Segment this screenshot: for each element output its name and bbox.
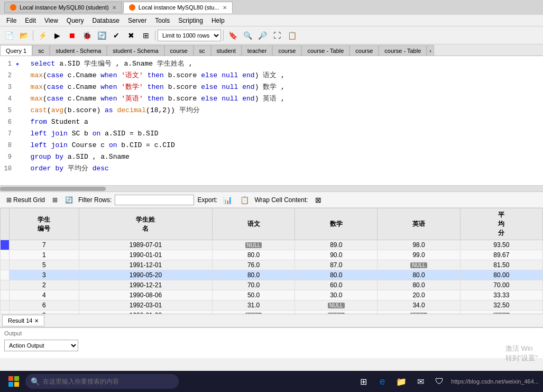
tab-2-close[interactable]: ✕ bbox=[223, 5, 227, 11]
explorer-icon[interactable]: 📁 bbox=[394, 374, 409, 389]
query-tab-course3[interactable]: course bbox=[349, 45, 379, 56]
menu-server[interactable]: Server bbox=[124, 16, 151, 25]
result-table-wrap[interactable]: 学生编号 学生姓名 语文 数学 英语 平均分 7 1989-07-01 NULL… bbox=[0, 208, 543, 314]
col-header-name[interactable]: 学生姓名 bbox=[79, 208, 212, 240]
menu-edit[interactable]: Edit bbox=[21, 16, 40, 25]
cell-name: 1990-05-20 bbox=[79, 270, 212, 280]
main-toolbar: 📄 📂 ⚡ ▶ ⏹ 🐞 🔄 ✔ ✖ ⊞ Limit to 1000 rows 🔖… bbox=[0, 26, 543, 44]
shield-icon[interactable]: 🛡 bbox=[432, 374, 447, 389]
cell-avg: 93.50 bbox=[460, 240, 542, 250]
table-row[interactable]: 2 1990-12-21 70.0 60.0 80.0 70.00 bbox=[1, 280, 543, 290]
cell-shuxue: 90.0 bbox=[295, 250, 378, 260]
result-tab-close[interactable]: ✕ bbox=[34, 318, 39, 324]
table-row[interactable]: 4 1990-08-06 50.0 30.0 20.0 33.33 bbox=[1, 290, 543, 300]
taskbar-search[interactable]: 🔍 bbox=[25, 374, 179, 389]
expand-button[interactable]: ⛶ bbox=[270, 29, 284, 42]
cell-name: 1990-01-01 bbox=[79, 250, 212, 260]
menu-tools[interactable]: Tools bbox=[151, 16, 174, 25]
refresh-button[interactable]: 🔄 bbox=[95, 29, 108, 42]
menu-scripting[interactable]: Scripting bbox=[174, 16, 207, 25]
tab-1[interactable]: Local instance MySQL80 (student) ✕ bbox=[4, 2, 122, 13]
search-button[interactable]: 🔍 bbox=[241, 29, 254, 42]
rollback-button[interactable]: ✖ bbox=[124, 29, 138, 42]
query-tab-sc2[interactable]: sc bbox=[194, 45, 211, 56]
col-header-yingyu[interactable]: 英语 bbox=[378, 208, 460, 240]
query-tab-sc1[interactable]: sc bbox=[32, 45, 50, 56]
query-tab-course2[interactable]: course bbox=[272, 45, 301, 56]
export-copy-btn[interactable]: 📋 bbox=[237, 193, 251, 207]
export-btn[interactable]: 📊 bbox=[220, 193, 234, 207]
cell-shuxue: 30.0 bbox=[295, 290, 378, 300]
col-header-yuwen[interactable]: 语文 bbox=[212, 208, 294, 240]
run-button[interactable]: ⚡ bbox=[35, 29, 49, 42]
wrap-btn[interactable]: ⊠ bbox=[311, 193, 325, 207]
menu-database[interactable]: Database bbox=[88, 16, 124, 25]
table-row[interactable]: 5 1991-12-01 76.0 87.0 NULL 81.50 bbox=[1, 260, 543, 270]
cell-id: 6 bbox=[10, 300, 79, 311]
zoom-button[interactable]: 🔎 bbox=[255, 29, 269, 42]
cell-yuwen: 76.0 bbox=[212, 260, 294, 270]
col-header-avg[interactable]: 平均分 bbox=[460, 208, 542, 240]
edge-icon[interactable]: e bbox=[375, 374, 390, 389]
menubar: File Edit View Query Database Server Too… bbox=[0, 15, 543, 26]
menu-file[interactable]: File bbox=[2, 16, 21, 25]
cell-avg: 70.00 bbox=[460, 280, 542, 290]
col-header-empty bbox=[1, 208, 10, 240]
cell-shuxue: 87.0 bbox=[295, 260, 378, 270]
editor-line-6: 6 from Student a bbox=[0, 116, 543, 128]
action-output-select[interactable]: Action Output bbox=[4, 340, 78, 351]
cell-yuwen: NULL bbox=[212, 240, 294, 250]
stop-button[interactable]: ⏹ bbox=[65, 29, 79, 42]
cell-avg: 80.00 bbox=[460, 270, 542, 280]
cell-name: 1991-12-01 bbox=[79, 260, 212, 270]
refresh-grid-button[interactable]: 🔄 bbox=[63, 195, 75, 205]
open-button[interactable]: 📂 bbox=[17, 29, 31, 42]
table-row[interactable]: 3 1990-05-20 80.0 80.0 80.0 80.00 bbox=[1, 270, 543, 280]
debug-button[interactable]: 🐞 bbox=[80, 29, 94, 42]
cell-avg: 89.67 bbox=[460, 250, 542, 260]
editor-line-3: 3 max(case c.Cname when '数学' then b.scor… bbox=[0, 81, 543, 93]
run-sel-button[interactable]: ▶ bbox=[50, 29, 64, 42]
limit-select[interactable]: Limit to 1000 rows bbox=[158, 30, 221, 41]
table-row[interactable]: 7 1989-07-01 NULL 89.0 98.0 93.50 bbox=[1, 240, 543, 250]
filter-input[interactable] bbox=[115, 195, 194, 205]
query-tab-student2[interactable]: student - Schema bbox=[107, 45, 164, 56]
query-tab-course1[interactable]: course bbox=[164, 45, 194, 56]
menu-query[interactable]: Query bbox=[62, 16, 88, 25]
sql-editor[interactable]: 1 select a.SID 学生编号 , a.Sname 学生姓名 , 2 m… bbox=[0, 56, 543, 186]
commit-button[interactable]: ✔ bbox=[109, 29, 123, 42]
col-header-id[interactable]: 学生编号 bbox=[10, 208, 79, 240]
cell-avg: 81.50 bbox=[460, 260, 542, 270]
query-tab-more[interactable]: › bbox=[427, 45, 434, 56]
query-tab-teacher[interactable]: teacher bbox=[242, 45, 273, 56]
start-button[interactable] bbox=[4, 372, 23, 391]
menu-help[interactable]: Help bbox=[207, 16, 229, 25]
col-header-shuxue[interactable]: 数学 bbox=[295, 208, 378, 240]
svg-rect-2 bbox=[8, 382, 13, 387]
query-tab-course-table1[interactable]: course - Table bbox=[301, 45, 349, 56]
hscroll-thumb[interactable] bbox=[0, 187, 106, 191]
table-row[interactable]: 6 1992-03-01 31.0 NULL 34.0 32.50 bbox=[1, 300, 543, 311]
result-tab[interactable]: Result 14 ✕ bbox=[2, 315, 44, 326]
menu-view[interactable]: View bbox=[40, 16, 62, 25]
toggle-button[interactable]: ⊞ bbox=[139, 29, 153, 42]
cell-id: 5 bbox=[10, 260, 79, 270]
tab-2[interactable]: Local instance MySQL80 (stu... ✕ bbox=[123, 2, 233, 13]
taskbar-search-input[interactable] bbox=[43, 378, 159, 385]
grid-view-button[interactable]: ⊞ bbox=[50, 195, 60, 205]
cell-name: 1989-07-01 bbox=[79, 240, 212, 250]
result-grid-button[interactable]: ⊞ Result Grid bbox=[4, 195, 47, 205]
new-file-button[interactable]: 📄 bbox=[2, 29, 16, 42]
editor-line-4: 4 max(case c.Cname when '英语' then b.scor… bbox=[0, 93, 543, 105]
query-tab-course-table2[interactable]: course - Table bbox=[379, 45, 427, 56]
view-button[interactable]: 📋 bbox=[285, 29, 299, 42]
tab-1-close[interactable]: ✕ bbox=[112, 5, 116, 11]
bookmark-button[interactable]: 🔖 bbox=[226, 29, 240, 42]
query-tab-student1[interactable]: student - Schema bbox=[50, 45, 107, 56]
task-view-icon[interactable]: ⊞ bbox=[356, 374, 371, 389]
table-row[interactable]: 1 1990-01-01 80.0 90.0 99.0 89.67 bbox=[1, 250, 543, 260]
mail-icon[interactable]: ✉ bbox=[413, 374, 428, 389]
query-tab-1[interactable]: Query 1 bbox=[0, 45, 32, 56]
query-tab-student3[interactable]: student bbox=[211, 45, 242, 56]
horizontal-scrollbar[interactable] bbox=[0, 186, 543, 192]
